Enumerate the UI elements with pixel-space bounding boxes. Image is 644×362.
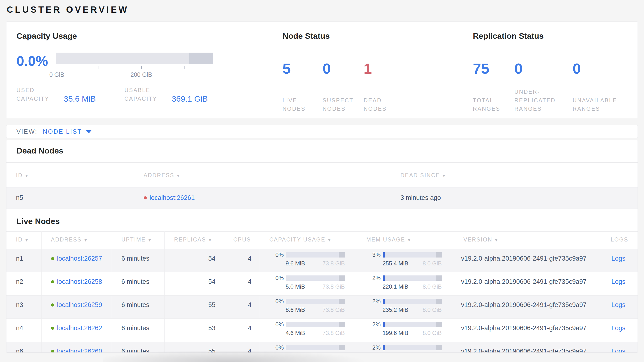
live-node-address-link[interactable]: localhost:26258	[57, 278, 102, 285]
live-node-row: n6 localhost:26260 6 minutes 55 4 0% 7.8…	[6, 342, 638, 353]
mem-usage-bar-tail	[436, 299, 442, 304]
total-ranges-count: 75	[473, 61, 514, 76]
live-node-row: n3 localhost:26259 6 minutes 55 4 0% 8.6…	[6, 295, 638, 319]
live-col-capacity-usage[interactable]: CAPACITY USAGE▼	[260, 232, 356, 249]
mem-usage-bar-tail	[436, 275, 442, 281]
logs-link[interactable]: Logs	[612, 324, 626, 332]
live-node-address-link[interactable]: localhost:26262	[57, 324, 102, 332]
live-col-id[interactable]: ID▼	[6, 232, 41, 249]
page-title: CLUSTER OVERVIEW	[7, 5, 638, 15]
live-node-replicas: 54	[164, 272, 224, 295]
usable-capacity-stat: USABLE CAPACITY 369.1 GiB	[124, 86, 208, 103]
live-node-id: n4	[6, 319, 41, 342]
mem-max-value: 8.0 GiB	[422, 306, 442, 313]
live-node-version: v19.2.0-alpha.20190606-2491-gfe735c9a97	[454, 272, 601, 295]
live-col-replicas[interactable]: REPLICAS▼	[164, 232, 224, 249]
sort-desc-icon: ▼	[24, 173, 29, 178]
live-node-uptime: 6 minutes	[112, 249, 164, 272]
capacity-usage-section: Capacity Usage 0.0% 0 GiB 200 GiB	[16, 31, 282, 118]
capacity-usage-bar	[286, 345, 345, 350]
capacity-used-value: 5.0 MiB	[286, 283, 305, 290]
node-status-title: Node Status	[282, 31, 473, 41]
dead-nodes-label: DEAD NODES	[364, 96, 397, 113]
capacity-used-value: 4.6 MiB	[286, 330, 305, 336]
mem-usage-bar-fill	[383, 299, 385, 304]
live-node-cpus: 4	[224, 319, 260, 342]
used-capacity-stat: USED CAPACITY 35.6 MiB	[16, 86, 96, 103]
mem-used-value: 199.6 MiB	[383, 330, 408, 336]
capacity-max-value: 73.8 GiB	[322, 283, 345, 290]
replication-status-section: Replication Status 75 TOTAL RANGES 0 UND…	[473, 31, 628, 118]
live-col-uptime[interactable]: UPTIME▼	[112, 232, 164, 249]
live-node-replicas: 53	[164, 319, 224, 342]
unavailable-ranges-stat: 0 UNAVAILABLE RANGES	[573, 52, 628, 113]
mem-usage-percent: 2%	[370, 344, 381, 351]
axis-label-200: 200 GiB	[130, 71, 152, 78]
nodes-card: Dead Nodes ID▼ ADDRESS▼ DEAD SINCE▼ n5 l…	[6, 140, 638, 353]
live-node-version: v19.2.0-alpha.20190606-2491-gfe735c9a97	[454, 342, 601, 353]
logs-link[interactable]: Logs	[612, 348, 626, 353]
live-col-mem-usage[interactable]: MEM USAGE▼	[356, 232, 454, 249]
usable-capacity-label: USABLE CAPACITY	[124, 86, 166, 103]
axis-label-0: 0 GiB	[50, 71, 64, 78]
live-node-address: localhost:26260	[51, 348, 112, 353]
live-col-cpus: CPUS	[224, 232, 260, 249]
capacity-max-value: 73.8 GiB	[322, 330, 345, 336]
capacity-max-value: 73.8 GiB	[322, 306, 345, 313]
sort-desc-icon: ▼	[176, 173, 180, 178]
capacity-usage-percent: 0%	[273, 344, 284, 351]
live-node-address: localhost:26258	[51, 278, 112, 285]
axis-tick	[141, 66, 142, 69]
sort-desc-icon: ▼	[84, 238, 88, 242]
logs-link[interactable]: Logs	[612, 255, 626, 262]
capacity-used-value: 8.6 MiB	[286, 306, 305, 313]
live-status-dot-icon	[51, 280, 54, 283]
dead-col-address[interactable]: ADDRESS▼	[134, 162, 391, 188]
live-node-replicas: 55	[164, 295, 224, 319]
capacity-bar: 0 GiB 200 GiB	[56, 53, 213, 70]
live-node-cpus: 4	[224, 272, 260, 295]
sort-desc-icon: ▼	[24, 238, 29, 242]
view-selector[interactable]: NODE LIST	[43, 128, 92, 135]
logs-link[interactable]: Logs	[612, 301, 626, 308]
replication-status-title: Replication Status	[473, 31, 628, 41]
live-col-address[interactable]: ADDRESS▼	[41, 232, 112, 249]
mem-usage-bar	[383, 299, 442, 304]
cluster-overview-page: CLUSTER OVERVIEW Capacity Usage 0.0% 0 G…	[0, 0, 644, 353]
capacity-usage-bar	[286, 275, 345, 281]
mem-max-value: 8.0 GiB	[422, 260, 442, 267]
live-node-cpus: 4	[224, 342, 260, 353]
dead-col-id[interactable]: ID▼	[6, 162, 134, 188]
capacity-usage-bar	[286, 299, 345, 304]
capacity-max-value: 73.8 GiB	[322, 260, 345, 267]
used-capacity-value: 35.6 MiB	[64, 95, 96, 103]
live-node-row: n4 localhost:26262 6 minutes 53 4 0% 4.6…	[6, 319, 638, 342]
dead-node-address-link[interactable]: localhost:26261	[150, 194, 195, 202]
view-selected-value[interactable]: NODE LIST	[43, 128, 82, 135]
capacity-usage-bar-tail	[339, 345, 345, 350]
sort-desc-icon: ▼	[407, 238, 411, 242]
live-node-address: localhost:26257	[51, 255, 112, 262]
live-node-address-link[interactable]: localhost:26260	[57, 348, 102, 353]
chevron-down-icon	[86, 130, 92, 133]
under-replicated-ranges-count: 0	[514, 61, 573, 76]
live-col-version[interactable]: VERSION▼	[454, 232, 601, 249]
dead-col-dead-since[interactable]: DEAD SINCE▼	[391, 162, 638, 188]
used-capacity-label: USED CAPACITY	[16, 86, 58, 103]
live-node-id: n2	[6, 272, 41, 295]
live-node-address-link[interactable]: localhost:26259	[57, 301, 102, 309]
view-label: VIEW:	[16, 128, 38, 135]
under-replicated-ranges-label: UNDER-REPLICATED RANGES	[514, 88, 566, 113]
capacity-usage-bar	[286, 252, 345, 258]
live-nodes-label: LIVE NODES	[282, 96, 316, 113]
mem-usage-bar	[383, 322, 442, 327]
live-node-version: v19.2.0-alpha.20190606-2491-gfe735c9a97	[454, 295, 601, 319]
live-nodes-stat: 5 LIVE NODES	[282, 52, 322, 113]
mem-usage-bar	[383, 252, 442, 258]
capacity-axis: 0 GiB 200 GiB	[56, 64, 213, 70]
dead-node-row: n5 localhost:26261 3 minutes ago	[6, 188, 638, 209]
capacity-usage-bar-tail	[339, 299, 345, 304]
mem-usage-bar-fill	[383, 322, 385, 327]
logs-link[interactable]: Logs	[612, 278, 626, 285]
live-node-address-link[interactable]: localhost:26257	[57, 255, 102, 262]
